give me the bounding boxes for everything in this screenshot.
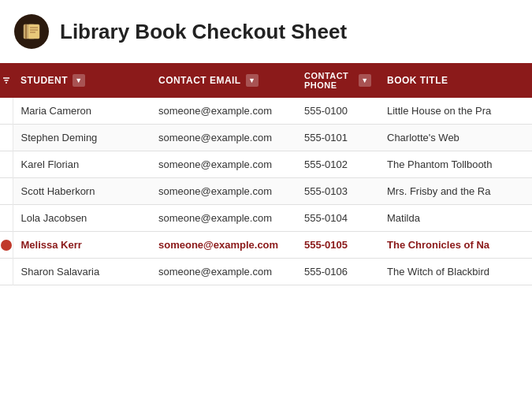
table-row[interactable]: Scott Haberkornsomeone@example.com555-01… — [0, 178, 532, 205]
book-icon — [14, 14, 49, 49]
cell-book: The Phantom Tollbooth — [379, 151, 532, 178]
cell-student: Karel Florian — [13, 151, 151, 178]
student-dropdown-arrow[interactable]: ▼ — [73, 74, 85, 87]
cell-book: The Chronicles of Na — [379, 232, 532, 259]
cell-student: Stephen Deming — [13, 125, 151, 151]
cell-phone: 555-0102 — [296, 151, 379, 178]
row-indicator-cell — [0, 178, 13, 205]
table-row[interactable]: Maria Cameronsomeone@example.com555-0100… — [0, 98, 532, 125]
cell-email: someone@example.com — [151, 151, 296, 178]
row-indicator-cell — [0, 259, 13, 285]
cell-student: Scott Haberkorn — [13, 178, 151, 205]
svg-rect-2 — [28, 24, 39, 39]
cell-phone: 555-0101 — [296, 125, 379, 151]
cell-book: The Witch of Blackbird — [379, 259, 532, 285]
cell-email: someone@example.com — [151, 98, 296, 125]
checkout-table: STUDENT ▼ CONTACT EMAIL ▼ CONTACT PHONE — [0, 63, 532, 285]
col-header-email[interactable]: CONTACT EMAIL ▼ — [151, 63, 296, 98]
cell-phone: 555-0100 — [296, 98, 379, 125]
cell-email: someone@example.com — [151, 125, 296, 151]
table-row[interactable]: Sharon Salavariasomeone@example.com555-0… — [0, 259, 532, 285]
cell-book: Charlotte's Web — [379, 125, 532, 151]
cell-student: Melissa Kerr — [13, 232, 151, 259]
cell-phone: 555-0105 — [296, 232, 379, 259]
row-highlight-dot — [1, 240, 12, 251]
table-row[interactable]: Melissa Kerrsomeone@example.com555-0105T… — [0, 232, 532, 259]
row-indicator-cell — [0, 232, 13, 259]
page-container: Library Book Checkout Sheet — [0, 0, 532, 410]
cell-book: Mrs. Frisby and the Ra — [379, 178, 532, 205]
cell-student: Lola Jacobsen — [13, 205, 151, 232]
col-header-phone[interactable]: CONTACT PHONE ▼ — [296, 63, 379, 98]
table-row[interactable]: Karel Floriansomeone@example.com555-0102… — [0, 151, 532, 178]
checkout-table-wrapper: STUDENT ▼ CONTACT EMAIL ▼ CONTACT PHONE — [0, 63, 532, 285]
table-body: Maria Cameronsomeone@example.com555-0100… — [0, 98, 532, 285]
col-header-book: BOOK TITLE — [379, 63, 532, 98]
row-indicator-cell — [0, 151, 13, 178]
cell-phone: 555-0103 — [296, 178, 379, 205]
row-indicator-cell — [0, 98, 13, 125]
cell-email: someone@example.com — [151, 205, 296, 232]
cell-book: Matilda — [379, 205, 532, 232]
cell-student: Sharon Salavaria — [13, 259, 151, 285]
filter-header-cell — [0, 63, 13, 98]
page-title: Library Book Checkout Sheet — [60, 20, 347, 44]
col-header-student[interactable]: STUDENT ▼ — [13, 63, 151, 98]
cell-phone: 555-0106 — [296, 259, 379, 285]
page-header: Library Book Checkout Sheet — [0, 14, 532, 63]
cell-email: someone@example.com — [151, 259, 296, 285]
email-dropdown-arrow[interactable]: ▼ — [246, 74, 259, 87]
row-indicator-cell — [0, 125, 13, 151]
phone-dropdown-arrow[interactable]: ▼ — [359, 74, 371, 87]
table-row[interactable]: Stephen Demingsomeone@example.com555-010… — [0, 125, 532, 151]
cell-student: Maria Cameron — [13, 98, 151, 125]
cell-email: someone@example.com — [151, 232, 296, 259]
svg-rect-1 — [25, 24, 27, 39]
cell-email: someone@example.com — [151, 178, 296, 205]
row-indicator-cell — [0, 205, 13, 232]
cell-phone: 555-0104 — [296, 205, 379, 232]
table-row[interactable]: Lola Jacobsensomeone@example.com555-0104… — [0, 205, 532, 232]
table-header-row: STUDENT ▼ CONTACT EMAIL ▼ CONTACT PHONE — [0, 63, 532, 98]
cell-book: Little House on the Pra — [379, 98, 532, 125]
